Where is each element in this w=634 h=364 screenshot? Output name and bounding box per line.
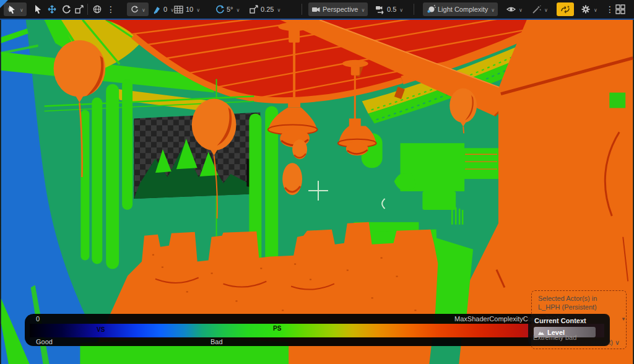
legend-vs-marker: VS bbox=[97, 326, 105, 333]
scale-snap-control[interactable]: 0.25 bbox=[249, 2, 280, 16]
balloon-lower-center bbox=[282, 163, 302, 195]
viewport-settings-dropdown[interactable] bbox=[581, 2, 597, 16]
viewport-corner-marker bbox=[0, 0, 8, 8]
legend-good-label: Good bbox=[36, 338, 53, 345]
scale-icon bbox=[74, 4, 84, 14]
realtime-toggle-button[interactable] bbox=[557, 2, 574, 16]
rotation-snap-icon bbox=[215, 4, 225, 14]
shader-complexity-legend: 0 MaxShaderComplexityCount=2000 VS PS Go… bbox=[25, 314, 609, 346]
toolbar-divider bbox=[414, 4, 414, 15]
viewport[interactable]: 0 MaxShaderComplexityCount=2000 VS PS Go… bbox=[0, 19, 634, 364]
chevron-down-icon bbox=[398, 6, 403, 13]
rotation-snap-value: 5° bbox=[227, 6, 233, 13]
viewport-options-menu[interactable] bbox=[606, 2, 614, 16]
scale-tool-button[interactable] bbox=[74, 2, 84, 16]
chevron-down-icon bbox=[543, 6, 548, 13]
scale-snap-value: 0.25 bbox=[261, 6, 274, 13]
cursor-icon bbox=[33, 4, 43, 14]
chevron-down-icon bbox=[19, 6, 24, 13]
rotation-snap-control[interactable]: 5° bbox=[215, 2, 240, 16]
eye-icon bbox=[506, 6, 516, 13]
toolbar-divider bbox=[302, 4, 302, 15]
move-icon bbox=[47, 4, 57, 14]
surface-snap-value: 0 bbox=[163, 6, 167, 13]
snap-rotate-icon bbox=[130, 5, 139, 14]
toolbar-divider bbox=[87, 4, 88, 15]
scale-snap-icon bbox=[249, 4, 259, 14]
legend-bad-label: Bad bbox=[211, 338, 223, 345]
snap-toggle-dropdown[interactable] bbox=[127, 2, 149, 16]
chevron-down-icon bbox=[360, 6, 365, 13]
select-tool-button[interactable] bbox=[33, 2, 43, 16]
surface-snap-icon bbox=[152, 4, 162, 14]
rotate-icon bbox=[61, 4, 71, 14]
swap-arrows-icon bbox=[560, 5, 570, 14]
camera-mode-label: Perspective bbox=[323, 6, 358, 13]
show-flags-dropdown[interactable] bbox=[506, 2, 523, 16]
chevron-down-icon bbox=[235, 6, 240, 13]
current-context-header: Current Context bbox=[534, 317, 586, 324]
grid-snap-icon bbox=[174, 5, 184, 14]
select-mode-icon bbox=[7, 4, 17, 14]
context-dropdown-arrow-icon[interactable]: ▼ bbox=[621, 316, 626, 322]
transform-options-menu[interactable] bbox=[106, 2, 115, 16]
chevron-down-icon bbox=[141, 6, 145, 13]
legend-ps-marker: PS bbox=[273, 325, 281, 332]
world-local-toggle[interactable] bbox=[92, 2, 102, 16]
chevron-down-icon bbox=[169, 6, 174, 13]
camera-speed-icon bbox=[375, 5, 385, 14]
move-tool-button[interactable] bbox=[47, 2, 57, 16]
camera-icon bbox=[311, 6, 321, 14]
quad-view-button[interactable] bbox=[615, 2, 625, 16]
chevron-down-icon bbox=[518, 6, 523, 13]
camera-speed-control[interactable]: 0.5 bbox=[375, 2, 403, 16]
gear-icon bbox=[581, 4, 591, 14]
lit-mode-icon bbox=[426, 4, 436, 14]
wand-icon bbox=[532, 5, 541, 14]
camera-speed-value: 0.5 bbox=[387, 6, 396, 13]
preview-effects-dropdown[interactable] bbox=[532, 2, 548, 16]
surface-snap-control[interactable]: 0 bbox=[152, 2, 174, 16]
current-context-popup: Current Context Level bbox=[528, 314, 610, 346]
view-mode-dropdown[interactable]: Light Complexity bbox=[423, 2, 498, 16]
chevron-down-icon bbox=[195, 6, 200, 13]
complexity-gradient bbox=[30, 324, 604, 337]
chevron-down-icon bbox=[593, 6, 597, 13]
chevron-down-icon bbox=[276, 6, 280, 13]
chevron-down-icon bbox=[490, 6, 495, 13]
editor-window: 0 10 5° 0.25 Perspective 0.5 bbox=[0, 0, 634, 364]
rotate-tool-button[interactable] bbox=[61, 2, 71, 16]
view-mode-label: Light Complexity bbox=[438, 6, 488, 13]
context-tooltip-line1: Selected Actor(s) in bbox=[538, 294, 626, 303]
context-tooltip-line2: L_HPH (Persistent) bbox=[538, 303, 626, 311]
quad-view-icon bbox=[615, 4, 625, 14]
legend-min-value: 0 bbox=[36, 315, 40, 323]
grid-snap-control[interactable]: 10 bbox=[174, 2, 200, 16]
balloon-small-center bbox=[292, 139, 307, 159]
globe-icon bbox=[92, 4, 102, 14]
viewport-toolbar: 0 10 5° 0.25 Perspective 0.5 bbox=[0, 0, 634, 19]
camera-mode-dropdown[interactable]: Perspective bbox=[308, 2, 368, 16]
legend-extremely-bad-label: Extremely bad bbox=[533, 334, 576, 341]
grid-snap-value: 10 bbox=[186, 6, 193, 13]
